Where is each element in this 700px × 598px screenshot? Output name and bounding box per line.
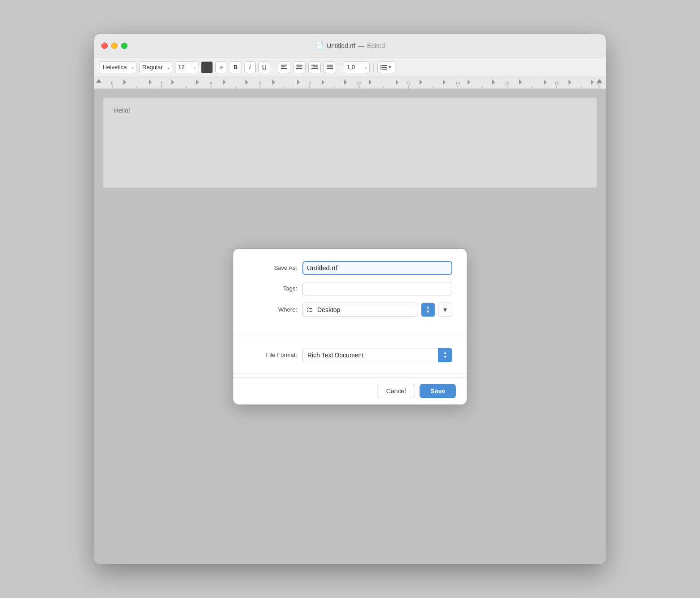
line-spacing-select[interactable]: 1,0 xyxy=(344,62,370,73)
save-dialog-overlay: Save As: Tags: Where: 🗂 xyxy=(94,89,606,564)
file-format-row: File Format: Rich Text Document ▲ ▼ xyxy=(233,341,467,369)
svg-text:12: 12 xyxy=(406,81,411,85)
svg-text:4: 4 xyxy=(210,81,212,85)
file-icon: 📄 xyxy=(315,41,324,50)
svg-marker-72 xyxy=(519,79,522,85)
where-expand-button[interactable]: ▼ xyxy=(438,303,452,317)
italic-button[interactable]: I xyxy=(244,62,256,73)
svg-rect-21 xyxy=(382,69,387,70)
close-button[interactable] xyxy=(101,43,108,49)
svg-text:18: 18 xyxy=(554,81,559,85)
svg-rect-13 xyxy=(327,66,333,67)
save-dialog-body: Save As: Tags: Where: 🗂 xyxy=(233,249,467,333)
window-edited-label: Edited xyxy=(367,42,385,49)
svg-text:10: 10 xyxy=(357,81,361,85)
svg-text:8: 8 xyxy=(308,81,311,85)
svg-marker-71 xyxy=(492,79,495,85)
stepper-arrows-icon: ▲ ▼ xyxy=(426,305,430,314)
window-filename: Untitled.rtf xyxy=(327,42,355,49)
svg-rect-1 xyxy=(281,66,285,67)
save-button[interactable]: Save xyxy=(420,384,456,398)
svg-text:6: 6 xyxy=(259,81,261,85)
svg-text:20: 20 xyxy=(597,81,601,85)
list-button[interactable]: ▼ xyxy=(377,62,395,73)
where-select-wrapper: 🗂 Desktop xyxy=(302,303,418,317)
align-center-button[interactable] xyxy=(293,62,306,73)
file-format-select-wrapper: Rich Text Document ▲ ▼ xyxy=(302,348,452,362)
save-dialog: Save As: Tags: Where: 🗂 xyxy=(233,249,467,405)
file-format-select[interactable]: Rich Text Document xyxy=(302,348,452,362)
underline-button[interactable]: U xyxy=(258,62,270,73)
ruler: 0 2 4 6 8 10 12 14 xyxy=(94,77,606,89)
svg-marker-64 xyxy=(322,79,324,85)
svg-marker-66 xyxy=(369,79,372,85)
align-justify-button[interactable] xyxy=(324,62,336,73)
save-as-row: Save As: xyxy=(248,261,452,275)
svg-text:16: 16 xyxy=(505,81,509,85)
traffic-lights xyxy=(101,43,127,49)
svg-rect-8 xyxy=(311,65,318,66)
font-family-wrapper: Helvetica xyxy=(100,62,136,73)
svg-marker-22 xyxy=(96,79,101,83)
svg-marker-74 xyxy=(569,79,571,85)
svg-point-18 xyxy=(381,66,382,68)
dialog-divider-2 xyxy=(233,373,467,374)
svg-rect-2 xyxy=(281,68,287,69)
titlebar: 📄 Untitled.rtf — Edited xyxy=(94,34,606,57)
where-controls: 🗂 Desktop ▲ ▼ xyxy=(302,303,452,317)
svg-marker-63 xyxy=(297,79,300,85)
font-size-select[interactable]: 12 xyxy=(175,62,198,73)
svg-marker-56 xyxy=(123,79,126,85)
svg-point-20 xyxy=(381,68,382,70)
color-swatch[interactable] xyxy=(201,62,213,73)
svg-marker-70 xyxy=(468,79,470,85)
minimize-button[interactable] xyxy=(111,43,118,49)
ruler-svg: 0 2 4 6 8 10 12 14 xyxy=(94,77,606,89)
strikethrough-button[interactable]: a xyxy=(215,62,227,73)
svg-marker-59 xyxy=(196,79,199,85)
svg-marker-75 xyxy=(591,79,594,85)
dialog-divider-1 xyxy=(233,337,467,337)
where-select[interactable]: Desktop xyxy=(302,303,418,317)
align-justify-icon xyxy=(327,65,333,70)
align-right-button[interactable] xyxy=(308,62,321,73)
align-center-icon xyxy=(296,65,302,70)
save-as-input[interactable] xyxy=(302,261,452,275)
svg-marker-67 xyxy=(396,79,398,85)
svg-marker-61 xyxy=(245,79,248,85)
strikethrough-icon: a xyxy=(219,64,223,70)
svg-rect-17 xyxy=(382,65,387,66)
svg-marker-68 xyxy=(420,79,422,85)
svg-rect-6 xyxy=(296,68,302,69)
svg-rect-14 xyxy=(327,68,333,69)
dialog-footer: Cancel Save xyxy=(233,377,467,405)
svg-rect-12 xyxy=(327,65,333,66)
save-as-label: Save As: xyxy=(248,264,297,271)
align-left-icon xyxy=(281,65,287,70)
svg-text:2: 2 xyxy=(160,81,162,85)
svg-rect-0 xyxy=(281,65,287,66)
svg-text:14: 14 xyxy=(455,81,460,85)
tags-label: Tags: xyxy=(248,285,297,292)
window-separator: — xyxy=(358,42,364,49)
font-style-select[interactable]: Regular xyxy=(139,62,172,73)
toolbar-divider-3 xyxy=(373,63,374,72)
align-left-button[interactable] xyxy=(278,62,290,73)
svg-rect-10 xyxy=(311,68,318,69)
bold-button[interactable]: B xyxy=(230,62,241,73)
where-stepper-button[interactable]: ▲ ▼ xyxy=(421,303,435,317)
maximize-button[interactable] xyxy=(121,43,127,49)
font-family-select[interactable]: Helvetica xyxy=(100,62,136,73)
svg-point-16 xyxy=(381,65,382,66)
font-size-wrapper: 12 xyxy=(175,62,198,73)
app-window: 📄 Untitled.rtf — Edited Helvetica Regula… xyxy=(94,34,606,564)
tags-input[interactable] xyxy=(302,282,452,295)
line-spacing-wrapper: 1,0 xyxy=(344,62,370,73)
svg-rect-9 xyxy=(313,66,318,67)
cancel-button[interactable]: Cancel xyxy=(377,384,416,398)
file-format-label: File Format: xyxy=(248,352,297,358)
svg-marker-60 xyxy=(223,79,226,85)
svg-marker-58 xyxy=(171,79,174,85)
document-area: Hello! Save As: Tags: xyxy=(94,89,606,564)
svg-marker-65 xyxy=(344,79,347,85)
